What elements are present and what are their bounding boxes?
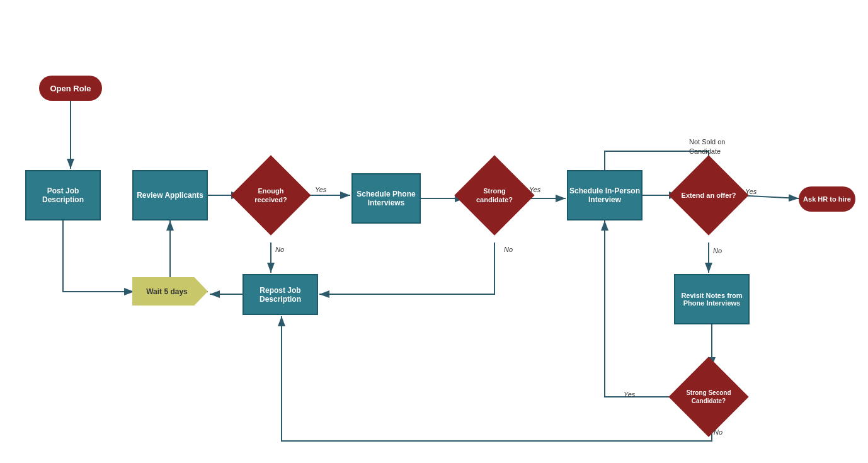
schedule-phone-node: Schedule Phone Interviews xyxy=(351,173,421,224)
extend-offer-label: Extend an offer? xyxy=(680,167,737,224)
strong-second-label: Strong Second Candidate? xyxy=(680,369,737,425)
post-job-node: Post Job Description xyxy=(25,170,101,220)
flowchart: Open Role Post Job Description Review Ap… xyxy=(0,0,868,463)
enough-received-label: Enough received? xyxy=(243,167,299,224)
label-not-sold: Not Sold on Candidate xyxy=(689,137,725,157)
label-no2: No xyxy=(504,246,513,253)
open-role-node: Open Role xyxy=(39,76,102,101)
label-yes2: Yes xyxy=(529,186,540,193)
schedule-inperson-node: Schedule In-Person Interview xyxy=(567,170,642,220)
wait-5-days-node: Wait 5 days xyxy=(132,277,208,306)
label-no1: No xyxy=(275,246,284,253)
ask-hr-node: Ask HR to hire xyxy=(799,186,855,212)
revisit-notes-node: Revisit Notes from Phone Interviews xyxy=(674,274,750,324)
label-yes1: Yes xyxy=(315,186,326,193)
repost-job-node: Repost Job Description xyxy=(243,274,318,315)
review-applicants-node: Review Applicants xyxy=(132,170,208,220)
label-yes4: Yes xyxy=(624,391,635,398)
strong-candidate-label: Strong candidate? xyxy=(466,167,523,224)
label-yes3: Yes xyxy=(745,188,757,195)
label-no4: No xyxy=(714,428,722,436)
label-no3: No xyxy=(713,247,722,254)
